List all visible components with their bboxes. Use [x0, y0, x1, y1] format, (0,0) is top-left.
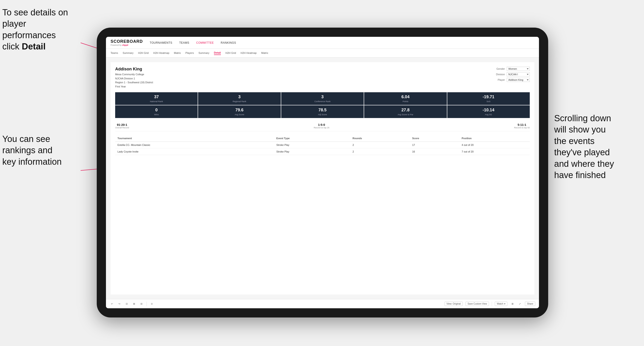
- player-label: Player: [493, 78, 505, 81]
- record-top25: 1-5-0 Record vs top 25: [314, 123, 329, 129]
- player-filters: Gender Women Men Division NJCAA I NJCAA …: [493, 67, 530, 89]
- stat-wins: 0 Wins: [115, 105, 198, 118]
- subnav-h2hheatmap2[interactable]: H2H Heatmap: [241, 51, 257, 55]
- main-content: Addison King Mesa Community College NJCA…: [106, 57, 539, 299]
- bottom-toolbar: ↩ ↪ ⊡ ⊞ ⊟ ⊙ View: Original Save Custom V…: [106, 299, 539, 308]
- tournament-table: Tournament Event Type Rounds Score Posit…: [115, 135, 530, 155]
- player-year: First Year: [115, 85, 126, 88]
- cell-rounds-2: 2: [350, 148, 410, 155]
- subnav-detail[interactable]: Detail: [214, 51, 221, 55]
- subnav-players[interactable]: Players: [186, 51, 194, 55]
- annotation-right: Scrolling down will show you the events …: [554, 113, 642, 181]
- stat-points: 6.04 Points: [364, 92, 446, 105]
- col-tournament: Tournament: [115, 135, 274, 142]
- table-row: Estella CC- Mountain Classic Stroke Play…: [115, 142, 530, 148]
- toolbar-undo[interactable]: ↩: [110, 302, 114, 306]
- record-top50: 5-11-1 Record vs top 50: [514, 123, 530, 129]
- cell-event-type-1: Stroke Play: [274, 142, 350, 148]
- records-row: 91-20-1 Overall Record 1-5-0 Record vs t…: [115, 121, 530, 131]
- subnav-summary2[interactable]: Summary: [198, 51, 209, 55]
- nav-items: TOURNAMENTS TEAMS COMMITTEE RANKINGS: [150, 41, 236, 44]
- cell-tournament-2: Lady Coyote Invite: [115, 148, 274, 155]
- subnav-h2hgrid[interactable]: H2H Grid: [138, 51, 148, 55]
- stat-national-rank: 37 National Rank: [115, 92, 198, 105]
- toolbar-share[interactable]: Share: [525, 302, 535, 306]
- player-select[interactable]: Addison King: [507, 78, 530, 82]
- filter-player-row: Player Addison King: [493, 78, 530, 82]
- filter-division-row: Division NJCAA I NJCAA II: [493, 72, 530, 76]
- toolbar-settings[interactable]: ⊙: [150, 302, 154, 306]
- nav-tournaments[interactable]: TOURNAMENTS: [150, 41, 172, 44]
- player-school: Mesa Community College: [115, 73, 144, 76]
- gender-label: Gender: [493, 67, 505, 70]
- player-region: Region 1 - Southwest (18) District: [115, 81, 153, 84]
- cell-rounds-1: 2: [350, 142, 410, 148]
- cell-score-1: 17: [410, 142, 459, 148]
- toolbar-separator2: [492, 302, 492, 306]
- toolbar-zoom-out[interactable]: ⊟: [139, 302, 144, 306]
- player-info: Addison King Mesa Community College NJCA…: [115, 67, 153, 89]
- col-rounds: Rounds: [350, 135, 410, 142]
- stat-conference-rank: 3 Conference Rank: [281, 92, 364, 105]
- cell-tournament-1: Estella CC- Mountain Classic: [115, 142, 274, 148]
- stat-regional-rank: 3 Regional Rank: [198, 92, 280, 105]
- top-nav: SCOREBOARD Powered by clippd TOURNAMENTS…: [106, 37, 539, 49]
- cell-event-type-2: Stroke Play: [274, 148, 350, 155]
- col-event-type: Event Type: [274, 135, 350, 142]
- subnav-h2hgrid2[interactable]: H2H Grid: [226, 51, 236, 55]
- nav-committee[interactable]: COMMITTEE: [196, 41, 214, 44]
- subnav-summary[interactable]: Summary: [122, 51, 133, 55]
- stats-grid-row2: 0 Wins 79.6 Avg Score 78.5 Adj Score 27.…: [115, 105, 530, 118]
- toolbar-expand[interactable]: ⤢: [518, 302, 522, 306]
- player-header: Addison King Mesa Community College NJCA…: [115, 67, 530, 89]
- cell-score-2: 16: [410, 148, 459, 155]
- toolbar-watch[interactable]: Watch ▾: [495, 302, 508, 306]
- logo-area: SCOREBOARD Powered by clippd: [110, 39, 143, 46]
- player-name: Addison King: [115, 67, 153, 72]
- col-score: Score: [410, 135, 459, 142]
- subnav-h2hheatmap[interactable]: H2H Heatmap: [153, 51, 169, 55]
- table-row: Lady Coyote Invite Stroke Play 2 16 7 ou…: [115, 148, 530, 155]
- logo-scoreboard: SCOREBOARD: [110, 39, 143, 44]
- toolbar-redo[interactable]: ↪: [117, 302, 122, 306]
- player-division: NJCAA Division 1: [115, 77, 135, 80]
- cell-position-1: 4 out of 20: [459, 142, 530, 148]
- toolbar-separator: [146, 302, 147, 306]
- toolbar-save-custom[interactable]: Save Custom View: [466, 302, 489, 306]
- sub-nav: Teams Summary H2H Grid H2H Heatmap Matri…: [106, 49, 539, 57]
- table-header-row: Tournament Event Type Rounds Score Posit…: [115, 135, 530, 142]
- stat-sos: -19.71 SoS: [447, 92, 530, 105]
- toolbar-view-original[interactable]: View: Original: [444, 302, 463, 306]
- division-label: Division: [493, 73, 505, 76]
- cell-position-2: 7 out of 20: [459, 148, 530, 155]
- tablet-frame: SCOREBOARD Powered by clippd TOURNAMENTS…: [97, 28, 548, 318]
- nav-rankings[interactable]: RANKINGS: [221, 41, 236, 44]
- annotation-topleft: To see details on player performances cl…: [2, 7, 80, 52]
- annotation-bottomleft: You can see rankings and key information: [2, 133, 80, 168]
- stat-avg-score-par: 27.8 Avg Score to Par: [364, 105, 446, 118]
- subnav-matrix[interactable]: Matrix: [174, 51, 181, 55]
- stat-avg-sg: -10.14 Avg SG: [447, 105, 530, 118]
- nav-teams[interactable]: TEAMS: [179, 41, 189, 44]
- col-position: Position: [459, 135, 530, 142]
- record-overall: 91-20-1 Overall Record: [115, 123, 129, 129]
- subnav-teams[interactable]: Teams: [110, 51, 118, 55]
- division-select[interactable]: NJCAA I NJCAA II: [507, 72, 530, 76]
- subnav-matrix2[interactable]: Matrix: [261, 51, 268, 55]
- toolbar-zoom-in[interactable]: ⊞: [132, 302, 136, 306]
- toolbar-screen[interactable]: ⊞: [510, 302, 515, 306]
- tablet-screen: SCOREBOARD Powered by clippd TOURNAMENTS…: [106, 37, 539, 308]
- stat-adj-score: 78.5 Adj Score: [281, 105, 364, 118]
- stats-grid-row1: 37 National Rank 3 Regional Rank 3 Confe…: [115, 92, 530, 105]
- stat-avg-score: 79.6 Avg Score: [198, 105, 280, 118]
- gender-select[interactable]: Women Men: [507, 67, 530, 71]
- filter-gender-row: Gender Women Men: [493, 67, 530, 71]
- content-panel: Addison King Mesa Community College NJCA…: [110, 62, 534, 295]
- toolbar-zoom-fit[interactable]: ⊡: [124, 302, 129, 306]
- logo-powered: Powered by clippd: [110, 44, 143, 46]
